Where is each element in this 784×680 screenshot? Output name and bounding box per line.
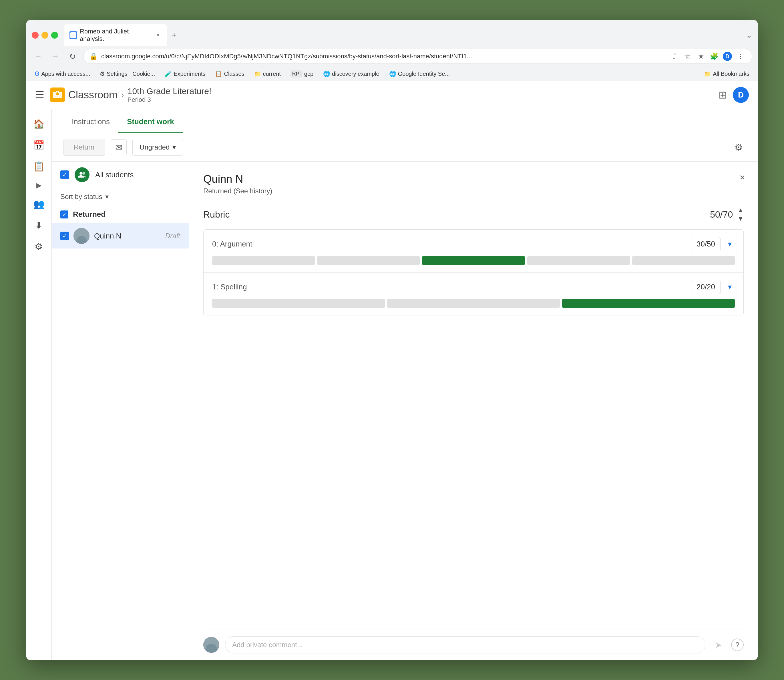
minimize-traffic-light[interactable] <box>41 32 48 39</box>
returned-section-header: Returned <box>52 205 189 224</box>
reload-button[interactable]: ↻ <box>66 50 79 63</box>
rubric-spelling-progress <box>212 299 735 308</box>
svg-point-3 <box>56 92 58 94</box>
tab-bar: Romeo and Juliet analysis. × + ⌄ <box>26 20 758 46</box>
tab-instructions[interactable]: Instructions <box>63 109 118 133</box>
close-detail-button[interactable]: × <box>735 170 749 184</box>
rubric-content: 0: Argument 30/50 ▾ <box>203 229 744 315</box>
traffic-lights <box>32 32 58 39</box>
comment-area: Add private comment... ➤ ? <box>203 629 744 660</box>
tab-favicon <box>69 31 77 39</box>
detail-panel: × Quinn N Returned (See history) Rubric … <box>189 162 758 660</box>
spelling-seg-1 <box>212 299 385 308</box>
dropdown-arrow-icon: ▾ <box>172 143 176 151</box>
course-period: Period 3 <box>128 96 212 104</box>
all-students-checkbox[interactable] <box>60 170 69 179</box>
rubric-header: Rubric 50/70 ▲ ▼ <box>203 206 744 222</box>
tab-title: Romeo and Juliet analysis. <box>80 28 150 42</box>
rubric-item-argument-name: 0: Argument <box>212 239 691 249</box>
sort-by-label: Sort by status <box>60 193 102 201</box>
comment-input[interactable]: Add private comment... <box>225 636 705 653</box>
sidebar-expand-button[interactable]: ▶ <box>33 178 44 192</box>
tab-favicon-img <box>70 32 76 38</box>
active-tab[interactable]: Romeo and Juliet analysis. × <box>64 24 167 46</box>
tab-chevron[interactable]: ⌄ <box>746 31 752 40</box>
rubric-item-argument-header: 0: Argument 30/50 ▾ <box>212 237 735 251</box>
bookmark-google-identity[interactable]: 🌐 Google Identity Se... <box>386 69 453 79</box>
mail-button[interactable]: ✉ <box>111 139 127 155</box>
grade-dropdown[interactable]: Ungraded ▾ <box>132 139 183 156</box>
bookmark-settings-label: Settings - Cookie... <box>107 71 155 77</box>
lock-icon: 🔒 <box>89 52 98 60</box>
student-name-quinn: Quinn N <box>94 231 161 241</box>
student-row-quinn[interactable]: Quinn N Draft <box>52 224 189 249</box>
bookmark-discovery[interactable]: 🌐 discovery example <box>320 69 382 79</box>
return-button[interactable]: Return <box>63 139 105 156</box>
sidebar-item-calendar[interactable]: 📅 <box>30 136 48 154</box>
classroom-logo: Classroom <box>50 88 118 102</box>
rubric-up-icon: ▲ <box>737 206 744 214</box>
profile-icon[interactable]: D <box>722 50 733 62</box>
bookmark-icon[interactable]: ☆ <box>682 50 694 62</box>
rubric-argument-progress <box>212 256 735 265</box>
course-title[interactable]: 10th Grade Literature! <box>128 87 212 96</box>
user-avatar[interactable]: D <box>733 87 749 103</box>
settings-gear-button[interactable]: ⚙ <box>730 139 746 155</box>
sidebar-item-download[interactable]: ⬇ <box>30 216 48 235</box>
bookmark-experiments-label: Experiments <box>173 71 205 77</box>
apps-grid-icon[interactable]: ⊞ <box>718 89 727 101</box>
rubric-item-argument-score: 30/50 <box>691 237 721 251</box>
bookmark-gcp[interactable]: RPI gcp <box>288 69 316 79</box>
send-comment-button[interactable]: ➤ <box>711 638 726 652</box>
spelling-seg-3 <box>562 299 735 308</box>
student-checkbox-quinn[interactable] <box>60 231 69 240</box>
bookmarks-bar: G Apps with access... ⚙ Settings - Cooki… <box>26 67 758 81</box>
sidebar: 🏠 📅 📋 ▶ 👥 ⬇ ⚙ <box>26 109 52 660</box>
browser-window: Romeo and Juliet analysis. × + ⌄ ← → ↻ 🔒… <box>26 20 758 660</box>
rubric-item-spelling-expand[interactable]: ▾ <box>724 282 735 292</box>
sort-dropdown-icon[interactable]: ▾ <box>105 193 109 201</box>
rubric-item-argument-expand[interactable]: ▾ <box>724 239 735 249</box>
maximize-traffic-light[interactable] <box>51 32 58 39</box>
app-name-label: Classroom <box>68 89 118 101</box>
rubric-spelling-chevron-icon: ▾ <box>728 283 732 291</box>
progress-seg-1 <box>212 256 315 265</box>
help-button[interactable]: ? <box>731 639 744 651</box>
commenter-avatar <box>203 637 219 653</box>
all-students-row: All students <box>52 162 189 188</box>
all-students-label: All students <box>95 170 134 179</box>
bookmark-classes[interactable]: 📋 Classes <box>212 69 247 79</box>
progress-seg-5 <box>632 256 735 265</box>
tab-student-work[interactable]: Student work <box>118 109 183 133</box>
rubric-expand-button[interactable]: ▲ ▼ <box>737 206 744 222</box>
sidebar-item-home[interactable]: 🏠 <box>30 115 48 133</box>
hamburger-menu-icon[interactable]: ☰ <box>35 89 44 101</box>
content-area: Instructions Student work Return ✉ Ungra… <box>52 109 758 660</box>
bookmark-settings[interactable]: ⚙ Settings - Cookie... <box>97 69 158 79</box>
close-traffic-light[interactable] <box>32 32 39 39</box>
bookmark-gcp-label: gcp <box>304 71 313 77</box>
bookmark-all[interactable]: 📁 All Bookmarks <box>701 69 752 79</box>
more-options-icon[interactable]: ⋮ <box>735 50 746 62</box>
bookmark-all-label: All Bookmarks <box>713 71 749 77</box>
tabs-bar: Instructions Student work <box>52 109 758 133</box>
extensions-icon[interactable]: 🧩 <box>708 50 720 62</box>
new-tab-button[interactable]: + <box>168 28 180 42</box>
forward-button[interactable]: → <box>49 50 61 63</box>
bookmark-experiments[interactable]: 🧪 Experiments <box>162 69 208 79</box>
star-icon[interactable]: ★ <box>695 50 707 62</box>
back-button[interactable]: ← <box>32 50 44 63</box>
breadcrumb-separator: › <box>121 90 124 100</box>
url-bar[interactable]: 🔒 classroom.google.com/u/0/c/NjEyMDI4ODI… <box>83 49 752 64</box>
comment-placeholder: Add private comment... <box>232 641 303 649</box>
sidebar-item-assignments[interactable]: 📋 <box>30 157 48 176</box>
screenshare-icon[interactable]: ⤴ <box>669 50 680 62</box>
student-list-area: All students Sort by status ▾ Returned <box>52 162 758 660</box>
student-detail-status: Returned (See history) <box>203 187 744 195</box>
tab-close-button[interactable]: × <box>155 32 161 38</box>
sidebar-item-people[interactable]: 👥 <box>30 195 48 213</box>
bookmark-current[interactable]: 📁 current <box>251 69 283 79</box>
returned-section-checkbox[interactable] <box>60 211 68 219</box>
bookmark-apps[interactable]: G Apps with access... <box>32 69 93 79</box>
sidebar-item-settings[interactable]: ⚙ <box>30 237 48 256</box>
